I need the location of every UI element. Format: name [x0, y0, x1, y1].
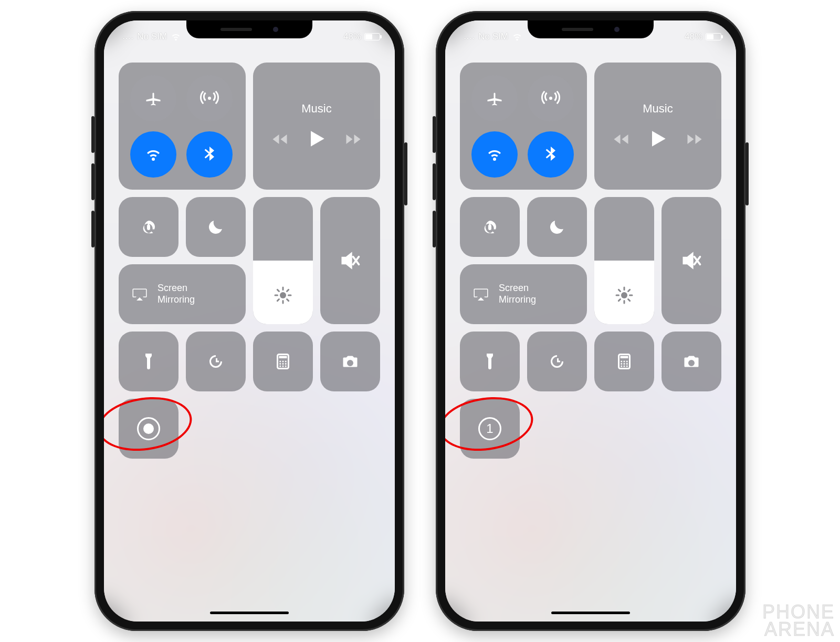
play-icon: [305, 127, 328, 150]
media-forward-button[interactable]: [344, 130, 363, 152]
timer-icon: [548, 352, 566, 371]
svg-point-10: [282, 366, 284, 367]
carrier-label: No SIM: [137, 32, 167, 42]
fast-forward-icon: [685, 130, 704, 149]
bluetooth-icon: [541, 145, 560, 164]
orientation-lock-toggle[interactable]: [460, 197, 520, 257]
phone-frame-right: .... No SIM 48%: [436, 11, 746, 631]
media-controls-group[interactable]: Music: [594, 63, 721, 190]
svg-point-23: [626, 366, 628, 367]
brightness-slider[interactable]: [253, 197, 313, 324]
svg-point-16: [624, 361, 625, 363]
wifi-toggle[interactable]: [130, 131, 176, 178]
flashlight-icon: [480, 352, 499, 371]
media-controls-group[interactable]: Music: [253, 63, 380, 190]
record-icon: [137, 417, 160, 440]
screen-recording-button[interactable]: [119, 399, 178, 459]
media-title: Music: [643, 102, 673, 116]
wifi-icon: [170, 31, 182, 43]
wifi-icon: [144, 145, 163, 164]
bluetooth-toggle[interactable]: [528, 131, 574, 178]
airplay-icon: [471, 285, 490, 304]
svg-point-4: [282, 361, 284, 363]
signal-dots-icon: ....: [123, 33, 134, 40]
status-bar: .... No SIM 48%: [445, 25, 736, 49]
do-not-disturb-toggle[interactable]: [527, 197, 587, 257]
timer-button[interactable]: [186, 332, 246, 391]
wifi-toggle[interactable]: [471, 131, 518, 178]
battery-icon: [706, 33, 721, 40]
svg-point-8: [285, 363, 287, 365]
sun-icon: [274, 286, 292, 305]
camera-icon: [682, 352, 701, 371]
cellular-data-toggle[interactable]: [528, 75, 574, 121]
airplane-mode-toggle[interactable]: [471, 75, 518, 121]
cellular-antenna-icon: [541, 89, 560, 108]
moon-icon: [548, 218, 566, 236]
camera-icon: [341, 352, 360, 371]
camera-button[interactable]: [320, 332, 380, 391]
fast-forward-icon: [344, 130, 363, 149]
svg-point-12: [621, 292, 627, 298]
orientation-lock-toggle[interactable]: [119, 197, 178, 257]
flashlight-button[interactable]: [119, 332, 178, 391]
svg-rect-14: [621, 356, 628, 359]
home-indicator[interactable]: [551, 612, 630, 614]
flashlight-icon: [139, 352, 158, 371]
signal-dots-icon: ....: [464, 33, 475, 40]
svg-point-19: [624, 363, 625, 365]
status-bar: .... No SIM 48%: [104, 25, 395, 49]
media-rewind-button[interactable]: [612, 130, 631, 152]
flashlight-button[interactable]: [460, 332, 520, 391]
rewind-icon: [270, 130, 289, 149]
airplane-icon: [485, 89, 504, 108]
screen-mirroring-button[interactable]: Screen Mirroring: [460, 264, 587, 324]
media-title: Music: [301, 102, 331, 116]
media-play-button[interactable]: [646, 127, 669, 155]
record-countdown-value: 1: [486, 421, 493, 436]
moon-icon: [206, 218, 225, 236]
battery-pct: 48%: [343, 32, 361, 42]
sun-icon: [615, 286, 634, 305]
wifi-icon: [511, 31, 523, 43]
svg-point-21: [621, 366, 622, 367]
calculator-button[interactable]: [594, 332, 654, 391]
bluetooth-icon: [200, 145, 219, 164]
svg-point-20: [626, 363, 628, 365]
control-center: Music: [119, 63, 380, 466]
play-icon: [646, 127, 669, 150]
calculator-button[interactable]: [253, 332, 313, 391]
svg-point-22: [624, 366, 625, 367]
brightness-slider[interactable]: [594, 197, 654, 324]
svg-point-0: [280, 292, 286, 298]
airplane-mode-toggle[interactable]: [130, 75, 176, 121]
cellular-data-toggle[interactable]: [186, 75, 233, 121]
watermark: PHONE ARENA: [762, 604, 835, 638]
connectivity-group[interactable]: [119, 63, 246, 190]
volume-mute-icon: [339, 249, 362, 272]
screen-mirroring-button[interactable]: Screen Mirroring: [119, 264, 246, 324]
camera-button[interactable]: [662, 332, 721, 391]
watermark-line2: ARENA: [762, 621, 835, 638]
home-indicator[interactable]: [210, 612, 289, 614]
volume-slider[interactable]: [320, 197, 380, 324]
rotation-lock-icon: [139, 218, 158, 236]
svg-point-3: [279, 361, 281, 363]
media-forward-button[interactable]: [685, 130, 704, 152]
svg-point-5: [285, 361, 287, 363]
carrier-label: No SIM: [478, 32, 508, 42]
rewind-icon: [612, 130, 631, 149]
screen-mirroring-label: Screen Mirroring: [158, 283, 195, 305]
svg-point-15: [621, 361, 622, 363]
svg-point-7: [282, 363, 284, 365]
do-not-disturb-toggle[interactable]: [186, 197, 246, 257]
media-play-button[interactable]: [305, 127, 328, 155]
screen-recording-button[interactable]: 1: [460, 399, 520, 459]
volume-slider[interactable]: [662, 197, 721, 324]
svg-rect-2: [279, 356, 287, 359]
timer-button[interactable]: [527, 332, 587, 391]
media-rewind-button[interactable]: [270, 130, 289, 152]
connectivity-group[interactable]: [460, 63, 587, 190]
phone-screen: .... No SIM 48%: [445, 20, 736, 622]
bluetooth-toggle[interactable]: [186, 131, 233, 178]
